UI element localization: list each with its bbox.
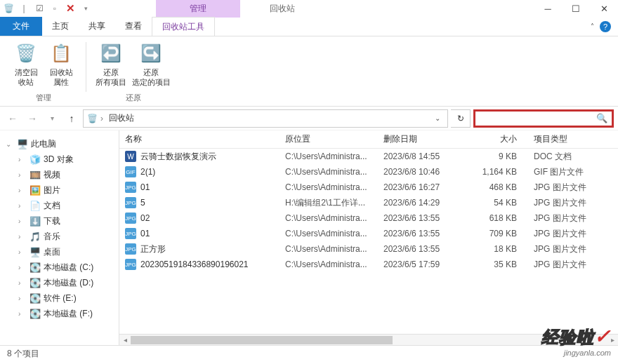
scroll-thumb[interactable] <box>131 336 393 344</box>
tree-item[interactable]: › 🎞️ 视频 <box>3 167 116 182</box>
cell-size: 18 KB <box>466 244 522 254</box>
context-tab-location: 回收站 <box>240 0 324 18</box>
tree-item[interactable]: › 💽 本地磁盘 (D:) <box>3 275 116 290</box>
window-controls: ─ ☐ ✕ <box>534 0 618 17</box>
tree-toggle-icon[interactable]: › <box>18 310 27 318</box>
chevron-right-icon[interactable]: › <box>100 114 103 123</box>
restore-all-button[interactable]: ↩️ 还原 所有项目 <box>95 39 127 90</box>
folder-icon: ⬇️ <box>29 215 41 227</box>
tree-item[interactable]: › 💽 本地磁盘 (F:) <box>3 306 116 321</box>
cell-type: JPG 图片文件 <box>522 182 618 194</box>
tree-label: 本地磁盘 (F:) <box>44 308 93 320</box>
nav-back-button[interactable]: ← <box>4 110 21 127</box>
tree-toggle-icon[interactable]: ⌄ <box>6 140 14 148</box>
recycle-properties-button[interactable]: 📋 回收站 属性 <box>45 39 77 90</box>
tree-toggle-icon[interactable]: › <box>18 156 27 163</box>
properties-icon: 📋 <box>50 42 72 65</box>
restore-selected-button[interactable]: ↪️ 还原 选定的项目 <box>130 39 172 90</box>
checkmark-icon: ✓ <box>594 325 611 347</box>
file-row[interactable]: JPG 01 C:\Users\Administra... 2023/6/6 1… <box>119 226 618 241</box>
empty-recycle-button[interactable]: 🗑️ 清空回 收站 <box>10 39 42 90</box>
column-name[interactable]: 名称 <box>119 133 280 145</box>
search-input[interactable] <box>480 114 596 123</box>
file-row[interactable]: JPG 5 H:\编辑组2\1工作详... 2023/6/6 14:29 54 … <box>119 195 618 210</box>
folder-icon: 💽 <box>29 262 41 273</box>
tree-item[interactable]: › 🧊 3D 对象 <box>3 151 116 167</box>
tree-toggle-icon[interactable]: › <box>18 217 27 225</box>
nav-up-button[interactable]: ↑ <box>63 110 80 127</box>
address-bar[interactable]: 🗑️ › 回收站 ⌄ <box>83 109 448 128</box>
scroll-track[interactable] <box>131 336 607 344</box>
nav-forward-button[interactable]: → <box>24 110 41 127</box>
file-row[interactable]: JPG 01 C:\Users\Administra... 2023/6/6 1… <box>119 180 618 195</box>
breadcrumb-item[interactable]: 回收站 <box>106 112 137 124</box>
context-tabs: 管理 回收站 <box>156 0 324 18</box>
column-origin[interactable]: 原位置 <box>280 133 378 145</box>
content-area: ⌄ 🖥️ 此电脑 › 🧊 3D 对象 › 🎞️ 视频 › 🖼️ 图片 › 📄 文… <box>0 130 618 345</box>
tree-item[interactable]: › 🖥️ 桌面 <box>3 244 116 259</box>
tree-toggle-icon[interactable]: › <box>18 187 27 194</box>
close-red-icon[interactable]: ✕ <box>63 1 77 15</box>
file-row[interactable]: GIF 2(1) C:\Users\Administra... 2023/6/8… <box>119 164 618 180</box>
tree-item[interactable]: › 🖼️ 图片 <box>3 182 116 198</box>
tab-home[interactable]: 主页 <box>42 17 79 36</box>
cell-name: JPG 5 <box>119 197 280 208</box>
jpg-file-icon: JPG <box>125 213 136 224</box>
cell-deleted: 2023/6/6 16:27 <box>378 182 466 192</box>
file-row[interactable]: JPG 02 C:\Users\Administra... 2023/6/6 1… <box>119 210 618 226</box>
search-icon[interactable]: 🔍 <box>596 113 607 123</box>
minimize-button[interactable]: ─ <box>534 0 562 17</box>
folder-icon: 💽 <box>29 292 41 304</box>
checkbox-icon[interactable]: ☑ <box>32 1 46 15</box>
tree-item[interactable]: › ⬇️ 下载 <box>3 213 116 229</box>
cell-size: 709 KB <box>466 229 522 238</box>
tree-toggle-icon[interactable]: › <box>18 248 27 256</box>
file-name: 2(1) <box>140 167 155 177</box>
column-type[interactable]: 项目类型 <box>522 133 618 145</box>
file-row[interactable]: JPG 正方形 C:\Users\Administra... 2023/6/6 … <box>119 241 618 257</box>
jpg-file-icon: JPG <box>125 197 136 208</box>
tree-toggle-icon[interactable]: › <box>18 233 27 241</box>
folder-icon: 🎵 <box>29 231 41 242</box>
context-tab-manage[interactable]: 管理 <box>156 0 240 18</box>
nav-history-dropdown[interactable]: ▾ <box>44 110 60 127</box>
file-row[interactable]: JPG 20230519184336890196021 C:\Users\Adm… <box>119 257 618 272</box>
cell-deleted: 2023/6/6 13:55 <box>378 244 466 254</box>
status-text: 8 个项目 <box>7 348 39 360</box>
tab-recycle-tools[interactable]: 回收站工具 <box>152 17 215 36</box>
dropdown-icon[interactable]: ▾ <box>79 1 93 15</box>
help-icon[interactable]: ? <box>600 21 611 32</box>
tree-item[interactable]: › 💽 本地磁盘 (C:) <box>3 259 116 275</box>
collapse-ribbon-icon[interactable]: ˄ <box>591 22 594 30</box>
folder-icon: 💽 <box>29 277 41 288</box>
search-box[interactable]: 🔍 <box>473 109 614 128</box>
tree-toggle-icon[interactable]: › <box>18 264 27 271</box>
close-button[interactable]: ✕ <box>590 0 618 17</box>
maximize-button[interactable]: ☐ <box>562 0 590 17</box>
tree-toggle-icon[interactable]: › <box>18 295 27 302</box>
tab-share[interactable]: 共享 <box>79 17 115 36</box>
cell-deleted: 2023/6/5 17:59 <box>378 259 466 269</box>
tree-toggle-icon[interactable]: › <box>18 202 27 210</box>
tree-item[interactable]: › 📄 文档 <box>3 198 116 213</box>
tab-file[interactable]: 文件 <box>0 17 42 36</box>
navigation-bar: ← → ▾ ↑ 🗑️ › 回收站 ⌄ ↻ 🔍 <box>0 107 618 130</box>
quick-access-toolbar: 🗑️ | ☑ ▫ ✕ ▾ <box>0 1 93 15</box>
column-deleted-date[interactable]: 删除日期 <box>378 133 466 145</box>
folder-icon[interactable]: ▫ <box>48 1 62 15</box>
scroll-left-icon[interactable]: ◂ <box>119 336 131 344</box>
cell-type: GIF 图片文件 <box>522 166 618 178</box>
cell-size: 1,164 KB <box>466 167 522 177</box>
cell-type: JPG 图片文件 <box>522 228 618 240</box>
recycle-bin-icon[interactable]: 🗑️ <box>1 1 15 15</box>
tree-this-pc[interactable]: ⌄ 🖥️ 此电脑 <box>3 136 116 151</box>
tree-toggle-icon[interactable]: › <box>18 171 27 179</box>
address-dropdown-icon[interactable]: ⌄ <box>430 114 445 122</box>
tab-view[interactable]: 查看 <box>115 17 152 36</box>
tree-item[interactable]: › 💽 软件 (E:) <box>3 290 116 306</box>
refresh-button[interactable]: ↻ <box>451 109 471 128</box>
tree-toggle-icon[interactable]: › <box>18 279 27 287</box>
column-size[interactable]: 大小 <box>466 133 522 145</box>
file-row[interactable]: W 云骑士数据恢复演示 C:\Users\Administra... 2023/… <box>119 149 618 164</box>
tree-item[interactable]: › 🎵 音乐 <box>3 229 116 244</box>
